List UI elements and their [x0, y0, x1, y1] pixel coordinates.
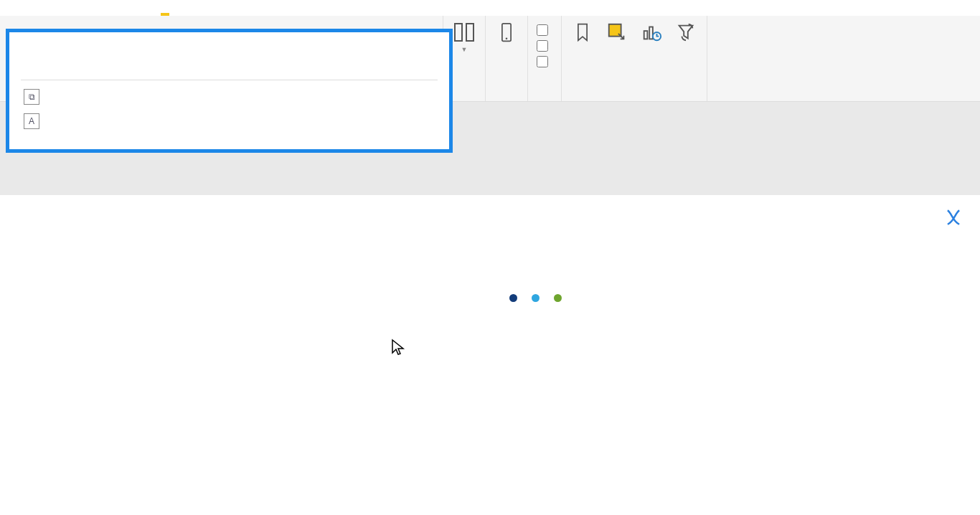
sync-slicers-button[interactable] — [674, 20, 698, 46]
col-mid — [438, 288, 452, 293]
gridlines-checkbox[interactable] — [537, 24, 552, 36]
svg-rect-0 — [455, 24, 462, 41]
snap-checkbox[interactable] — [537, 40, 552, 52]
sync-icon — [674, 20, 698, 44]
chart-legend — [502, 294, 782, 302]
menubar — [0, 0, 980, 16]
menu-help[interactable] — [197, 3, 205, 16]
col-total — [452, 288, 466, 293]
menu-modeling[interactable] — [125, 3, 133, 16]
theme-dropdown: ⧉ A — [6, 29, 453, 153]
theme-top-row — [9, 32, 449, 44]
svg-point-3 — [506, 37, 508, 39]
report-page — [0, 195, 980, 515]
browse-themes-link[interactable]: ⧉ — [9, 85, 449, 109]
phone-icon — [494, 20, 519, 44]
svg-rect-5 — [644, 31, 648, 39]
brand-logo — [944, 208, 966, 227]
performance-button[interactable] — [639, 20, 664, 46]
selection-icon — [605, 20, 629, 44]
svg-rect-1 — [466, 24, 473, 41]
gallery-icon: A — [24, 113, 39, 129]
this-report-label — [9, 44, 449, 55]
ribbon-group-show-panes — [562, 16, 707, 101]
dna-icon — [944, 208, 963, 227]
selection-button[interactable] — [605, 20, 629, 46]
ribbon-group-mobile — [486, 16, 528, 101]
ribbon-group-page-options — [528, 16, 562, 101]
theme-gallery-link[interactable]: A — [9, 109, 449, 133]
bookmarks-button[interactable] — [570, 20, 595, 46]
menu-insert[interactable] — [89, 3, 98, 16]
menu-file[interactable] — [17, 3, 26, 16]
howto-link[interactable] — [9, 133, 449, 142]
powerbi-label — [9, 55, 449, 67]
menu-home[interactable] — [53, 3, 62, 16]
page-view-icon — [452, 20, 476, 44]
phone-layout-button[interactable] — [494, 20, 519, 46]
bar-chart[interactable] — [502, 288, 782, 309]
canvas — [0, 102, 980, 509]
menu-view[interactable] — [161, 3, 169, 16]
browse-icon: ⧉ — [24, 89, 39, 105]
performance-icon — [639, 20, 664, 44]
page-view-button[interactable]: ▼ — [452, 20, 476, 54]
data-table[interactable] — [423, 288, 466, 309]
lock-checkbox[interactable] — [537, 56, 552, 67]
col-low — [423, 288, 438, 293]
theme-grid — [9, 67, 449, 75]
bookmark-icon — [570, 20, 595, 44]
